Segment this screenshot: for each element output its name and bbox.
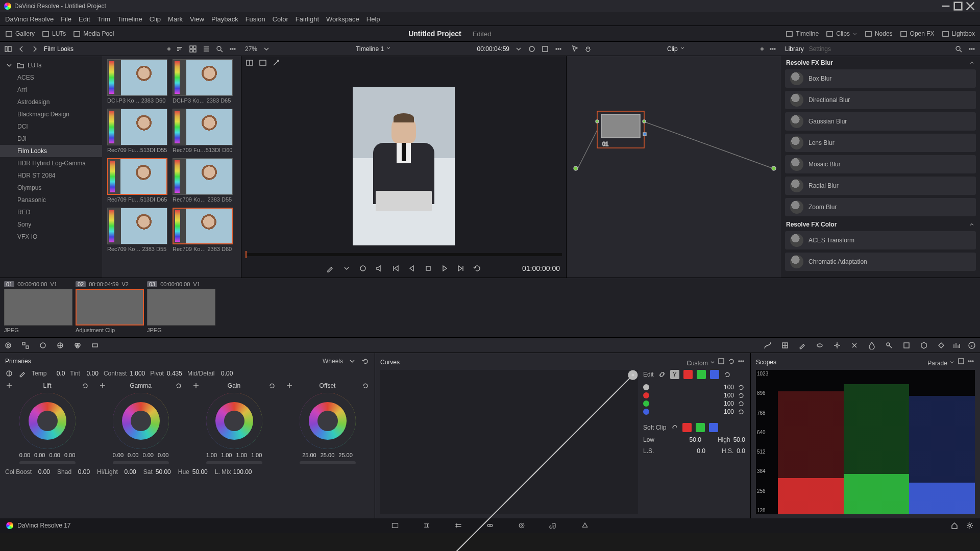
palette-window-icon[interactable] [816, 341, 824, 349]
more-icon[interactable] [554, 45, 562, 53]
node-graph[interactable]: 01 [567, 56, 781, 278]
palette-tracker-icon[interactable] [833, 341, 841, 349]
audio-icon[interactable] [375, 264, 383, 272]
lut-thumbnail[interactable]: Rec709 Ko… 2383 D55 [107, 208, 167, 252]
lut-thumbnail[interactable]: DCI-P3 Ko… 2383 D65 [173, 59, 233, 104]
lut-thumbnail[interactable]: Rec709 Ko… 2383 D55 [173, 158, 233, 203]
sidebar-toggle-icon[interactable] [4, 45, 12, 53]
auto-balance-icon[interactable] [5, 369, 13, 378]
sc-g-button[interactable] [696, 423, 705, 432]
menu-mark[interactable]: Mark [168, 15, 183, 23]
lut-category[interactable]: Astrodesign [0, 96, 102, 108]
lut-category[interactable]: Film Looks [0, 145, 102, 157]
grid-view-icon[interactable] [189, 45, 197, 53]
lut-category[interactable]: Blackmagic Design [0, 108, 102, 120]
contrast-value[interactable]: 1.000 [129, 370, 145, 377]
r-channel-button[interactable] [683, 370, 693, 379]
link-icon[interactable] [670, 423, 678, 432]
ls-value[interactable]: 0.0 [697, 447, 705, 455]
b-channel-button[interactable] [710, 370, 719, 379]
lut-category[interactable]: Olympus [0, 182, 102, 194]
expand-icon[interactable] [717, 357, 725, 365]
clip-thumbnail[interactable]: 0300:00:00:00V1JPEG [147, 281, 215, 333]
palette-magic-mask-icon[interactable] [850, 341, 859, 349]
settings-icon[interactable] [966, 521, 974, 530]
scopes-icon[interactable] [952, 341, 961, 349]
lut-category[interactable]: Arri [0, 84, 102, 96]
sc-r-button[interactable] [682, 423, 692, 432]
fx-section-header[interactable]: Resolve FX Blur [781, 56, 980, 68]
color-wheel-gain[interactable]: Gain1.001.001.001.00 [192, 382, 276, 464]
pivot-value[interactable]: 0.435 [166, 370, 182, 377]
lut-category[interactable]: DJI [0, 133, 102, 145]
fx-item[interactable]: Box Blur [785, 69, 976, 88]
split-view-icon[interactable] [246, 59, 254, 67]
stop-icon[interactable] [424, 264, 432, 272]
palette-warper-icon[interactable] [781, 341, 789, 349]
lut-category[interactable]: DCI [0, 120, 102, 133]
openfx-button[interactable]: Open FX [900, 30, 935, 38]
more-icon[interactable] [968, 45, 976, 53]
menu-help[interactable]: Help [366, 15, 380, 23]
menu-clip[interactable]: Clip [150, 15, 161, 23]
menu-edit[interactable]: Edit [79, 15, 90, 23]
menu-view[interactable]: View [190, 15, 204, 23]
lut-category[interactable]: HDR ST 2084 [0, 169, 102, 182]
mediapool-button[interactable]: Media Pool [73, 30, 114, 38]
luts-button[interactable]: LUTs [42, 30, 66, 38]
reset-icon[interactable] [737, 399, 745, 408]
lut-tree-root[interactable]: LUTs [28, 62, 41, 69]
keyframes-icon[interactable] [937, 341, 945, 349]
middetail-value[interactable]: 0.00 [216, 370, 233, 377]
fx-section-header[interactable]: Resolve FX Color [781, 218, 980, 230]
pointer-icon[interactable] [571, 45, 579, 53]
list-view-icon[interactable] [202, 45, 210, 53]
fx-item[interactable]: Lens Blur [785, 134, 976, 152]
chevron-down-icon[interactable] [262, 45, 271, 53]
picker-icon[interactable] [99, 382, 107, 390]
channel-dot[interactable] [643, 384, 649, 390]
fx-tab-settings[interactable]: Settings [809, 45, 831, 53]
channel-value[interactable]: 100 [724, 408, 734, 415]
reset-icon[interactable] [737, 408, 745, 416]
loop-icon[interactable] [473, 264, 481, 272]
curves-mode[interactable]: Custom [687, 360, 707, 367]
lut-category[interactable]: RED [0, 206, 102, 218]
highlight-icon[interactable] [259, 59, 267, 67]
clip-thumbnail[interactable]: 0200:00:04:59V2Adjustment Clip [76, 281, 144, 333]
reset-icon[interactable] [737, 383, 745, 391]
curve-graph[interactable] [380, 370, 638, 514]
more-icon[interactable] [769, 45, 777, 53]
clip-thumbnail[interactable]: 0100:00:00:00V1JPEG [4, 281, 72, 333]
search-icon[interactable] [954, 45, 963, 53]
high-value[interactable]: 50.0 [733, 436, 745, 443]
lut-category[interactable]: ACES [0, 71, 102, 84]
picker-icon[interactable] [192, 382, 200, 390]
maximize-button[interactable] [952, 1, 964, 12]
more-icon[interactable] [229, 45, 237, 53]
nav-back-icon[interactable] [17, 45, 26, 53]
tint-value[interactable]: 0.00 [82, 370, 99, 377]
palette-color-match-icon[interactable] [21, 341, 30, 349]
channel-value[interactable]: 100 [724, 392, 734, 399]
lut-thumbnail[interactable]: Rec709 Fu…513DI D65 [107, 158, 167, 203]
sort-icon[interactable] [176, 45, 184, 53]
timeline-button[interactable]: Timeline [786, 30, 819, 38]
lut-category[interactable]: Sony [0, 218, 102, 231]
channel-value[interactable]: 100 [724, 400, 734, 407]
color-wheel-gamma[interactable]: Gamma0.000.000.000.00 [99, 382, 183, 464]
lut-thumbnail[interactable]: Rec709 Ko… 2383 D60 [173, 208, 233, 252]
close-button[interactable] [965, 1, 976, 12]
reset-icon[interactable] [81, 382, 89, 390]
channel-dot[interactable] [643, 400, 649, 407]
y-channel-button[interactable]: Y [670, 370, 679, 379]
menu-fusion[interactable]: Fusion [246, 15, 265, 23]
color-wheel-lift[interactable]: Lift0.000.000.000.00 [5, 382, 89, 464]
link-icon[interactable] [658, 370, 666, 379]
menu-file[interactable]: File [61, 15, 71, 23]
palette-qualifier-icon[interactable] [798, 341, 806, 349]
step-back-icon[interactable] [408, 264, 416, 272]
primaries-mode[interactable]: Wheels [323, 358, 343, 365]
unmix-icon[interactable] [359, 264, 367, 272]
palette-curves-icon[interactable] [764, 341, 772, 349]
